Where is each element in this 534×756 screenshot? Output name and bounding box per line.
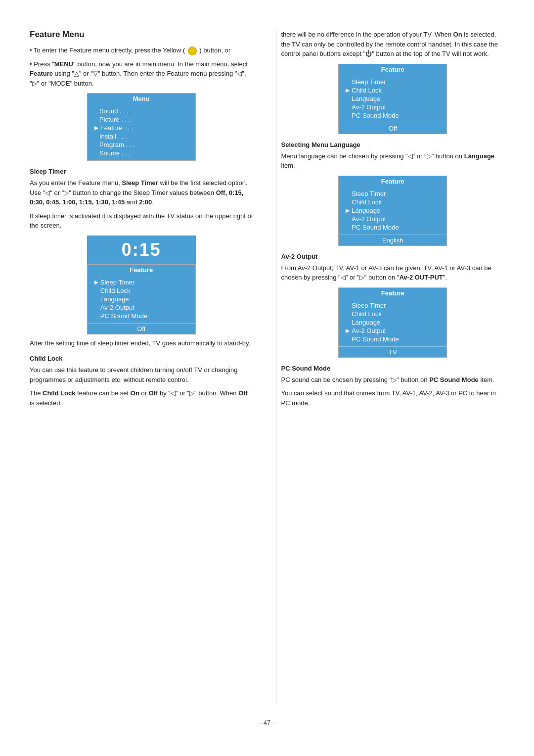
feature-box-av2: Feature ▶Sleep Timer ▶Child Lock ▶Langua… [338, 287, 447, 358]
f-item-lang-childlock: ▶Child Lock [346, 198, 440, 206]
intro-p1: • To enter the Feature menu directly, pr… [30, 46, 253, 55]
menu-item-source: Source . . . [94, 149, 188, 157]
child-lock-cont-p: there will be no difference in the opera… [281, 30, 505, 59]
feature-box-sleep-title: Feature [88, 265, 195, 275]
child-lock-p1: You can use this feature to prevent chil… [30, 365, 253, 384]
f-item-sleep-timer: ▶Sleep Timer [94, 278, 188, 286]
menu-item-install: Install . . . [94, 132, 188, 141]
menu-arrow-install [94, 134, 97, 140]
f-item-language: ▶Language [94, 295, 188, 303]
feature-box-language-body: ▶Sleep Timer ▶Child Lock ▶Language ▶Av-2… [339, 187, 446, 235]
select-language-p1: Menu language can be chosen by pressing … [281, 151, 505, 171]
feature-box-language-footer: English [339, 235, 446, 245]
feature-box-av2-footer: TV [339, 346, 446, 357]
intro-p2: • Press "MENU" button, now you are in ma… [30, 59, 253, 89]
av2-output-p1: From Av-2 Output; TV, AV-1 or AV-3 can b… [281, 263, 505, 283]
menu-arrow-source [94, 150, 97, 156]
sleep-timer-heading: Sleep Timer [30, 168, 253, 175]
f-item-lang-sleep: ▶Sleep Timer [346, 189, 440, 198]
f-item-cl-av2: ▶Av-2 Output [346, 103, 440, 111]
av2-output-heading: Av-2 Output [281, 253, 505, 260]
menu-arrow-picture [94, 117, 97, 123]
f-item-pc-sound: ▶PC Sound Mode [94, 312, 188, 320]
sleep-timer-p3: After the setting time of sleep timer en… [30, 338, 253, 348]
f-item-av2-sleep: ▶Sleep Timer [346, 301, 440, 310]
menu-item-program: Program . . . [94, 141, 188, 149]
menu-item-feature: ▶ Feature . . . [94, 124, 188, 132]
f-item-av2-childlock: ▶Child Lock [346, 310, 440, 318]
right-column: there will be no difference in the opera… [276, 30, 505, 704]
f-item-av2-language: ▶Language [346, 318, 440, 327]
pc-sound-p1: PC sound can be chosen by pressing "▷" b… [281, 375, 505, 385]
child-lock-heading: Child Lock [30, 355, 253, 362]
menu-box-title: Menu [88, 94, 195, 104]
page-title: Feature Menu [30, 30, 253, 40]
feature-box-language-title: Feature [339, 176, 446, 187]
menu-item-sound: Sound . . . [94, 107, 188, 115]
f-item-lang-pc: ▶PC Sound Mode [346, 223, 440, 232]
f-item-lang-av2: ▶Av-2 Output [346, 215, 440, 223]
page: Feature Menu • To enter the Feature menu… [0, 0, 534, 756]
feature-box-childlock-title: Feature [339, 64, 446, 75]
menu-item-picture: Picture . . . [94, 115, 188, 124]
feature-box-sleep-body: ▶Sleep Timer ▶Child Lock ▶Language ▶Av-2… [88, 275, 195, 323]
feature-box-sleep: Feature ▶Sleep Timer ▶Child Lock ▶Langua… [87, 264, 196, 334]
f-item-child-lock: ▶Child Lock [94, 286, 188, 295]
menu-arrow-sound [94, 108, 97, 114]
sleep-timer-p2: If sleep timer is activated it is displa… [30, 211, 253, 231]
f-item-cl-pc: ▶PC Sound Mode [346, 111, 440, 120]
f-item-av2: ▶Av-2 Output [94, 303, 188, 312]
timer-display: 0:15 [87, 236, 196, 264]
menu-box: Menu Sound . . . Picture . . . ▶ Feature… [87, 93, 196, 161]
menu-arrow-feature: ▶ [94, 125, 98, 131]
feature-box-sleep-footer: Off [88, 323, 195, 334]
left-column: Feature Menu • To enter the Feature menu… [30, 30, 258, 704]
f-item-lang-language: ▶Language [346, 206, 440, 215]
feature-box-language: Feature ▶Sleep Timer ▶Child Lock ▶Langua… [338, 176, 447, 246]
f-item-av2-pc: ▶PC Sound Mode [346, 335, 440, 343]
select-language-heading: Selecting Menu Language [281, 141, 505, 148]
f-item-av2-av2: ▶Av-2 Output [346, 327, 440, 335]
page-number: - 47 - [30, 719, 504, 726]
pc-sound-heading: PC Sound Mode [281, 365, 505, 372]
feature-box-childlock-footer: Off [339, 123, 446, 134]
sleep-timer-p1: As you enter the Feature menu, Sleep Tim… [30, 178, 253, 207]
f-item-cl-language: ▶Language [346, 94, 440, 103]
menu-arrow-program [94, 142, 97, 148]
feature-box-av2-body: ▶Sleep Timer ▶Child Lock ▶Language ▶Av-2… [339, 298, 446, 346]
f-item-cl-sleep: ▶Sleep Timer [346, 78, 440, 86]
feature-box-childlock: Feature ▶Sleep Timer ▶Child Lock ▶Langua… [338, 64, 447, 134]
menu-box-body: Sound . . . Picture . . . ▶ Feature . . … [88, 104, 195, 160]
child-lock-p2: The Child Lock feature can be set On or … [30, 388, 253, 408]
yellow-button-icon [188, 47, 197, 55]
feature-box-childlock-body: ▶Sleep Timer ▶Child Lock ▶Language ▶Av-2… [339, 75, 446, 123]
f-item-cl-childlock: ▶Child Lock [346, 86, 440, 94]
feature-box-av2-title: Feature [339, 288, 446, 298]
pc-sound-p2: You can select sound that comes from TV,… [281, 388, 505, 408]
